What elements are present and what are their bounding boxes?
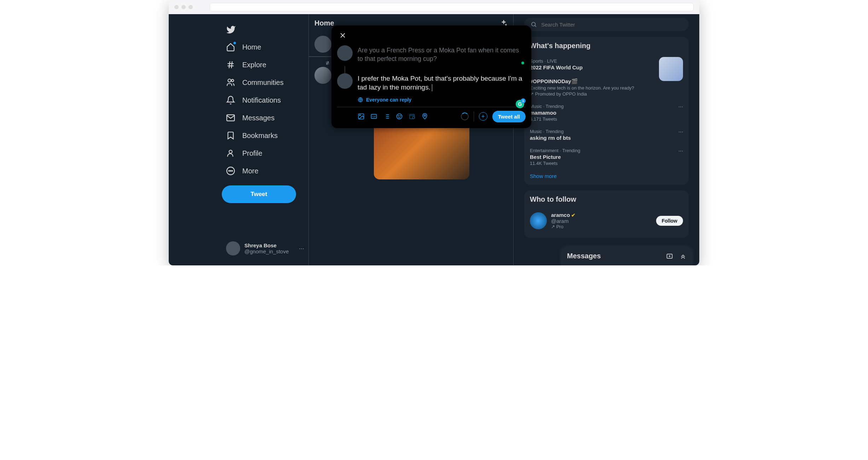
- nav-bookmarks[interactable]: Bookmarks: [222, 127, 308, 144]
- svg-point-31: [398, 116, 399, 116]
- nav-label: Bookmarks: [242, 132, 278, 140]
- trend-row[interactable]: Entertainment · Trending Best Picture 11…: [530, 144, 683, 169]
- trend-category: Entertainment · Trending: [530, 148, 683, 153]
- new-message-icon[interactable]: [666, 253, 673, 260]
- more-circle-icon: [226, 166, 235, 176]
- account-switcher[interactable]: Shreya Bose @gnome_in_stove ···: [222, 238, 308, 258]
- char-progress: [461, 113, 469, 120]
- account-name: Shreya Bose: [244, 242, 289, 248]
- messages-drawer[interactable]: Messages: [561, 247, 692, 265]
- avatar: [337, 73, 353, 89]
- ellipsis-icon[interactable]: ···: [678, 104, 683, 110]
- follow-suggestion[interactable]: aramco ✔ @aram ↗ Pro Follow: [530, 208, 683, 233]
- address-bar[interactable]: [210, 3, 694, 11]
- search-box[interactable]: [524, 18, 689, 31]
- hashtag-icon: [226, 60, 235, 69]
- add-tweet-button[interactable]: +: [479, 112, 487, 121]
- nav-more[interactable]: More: [222, 162, 308, 180]
- twitter-app: Home Explore Communities Notifications M…: [169, 14, 699, 265]
- promoted-row[interactable]: #OPPOINNODay🎬 Exciting new tech is on th…: [530, 74, 683, 100]
- schedule-icon[interactable]: [409, 113, 416, 120]
- poll-icon[interactable]: [383, 113, 390, 120]
- who-to-follow-panel: Who to follow aramco ✔ @aram ↗ Pro Follo…: [524, 190, 689, 238]
- ellipsis-icon[interactable]: ···: [678, 148, 683, 154]
- expand-icon[interactable]: [679, 253, 687, 260]
- tweet-button[interactable]: Tweet: [222, 185, 296, 203]
- nav-home[interactable]: Home: [222, 38, 308, 56]
- nav-notifications[interactable]: Notifications: [222, 91, 308, 109]
- home-icon: [226, 42, 235, 52]
- text-caret: [432, 84, 432, 91]
- trend-row[interactable]: Music · Trending asking rm of bts ···: [530, 125, 683, 144]
- left-sidebar: Home Explore Communities Notifications M…: [169, 14, 308, 265]
- search-input[interactable]: [541, 22, 682, 28]
- thread-tweet-2: I prefer the Moka Pot, but that's probab…: [337, 73, 526, 95]
- avatar: [226, 241, 240, 255]
- nav-label: Home: [242, 43, 261, 51]
- nav-label: More: [242, 167, 259, 175]
- traffic-lights: [174, 5, 193, 9]
- gif-icon[interactable]: GIF: [370, 113, 377, 120]
- traffic-dot[interactable]: [189, 5, 193, 9]
- grammarly-badge: 1: [521, 98, 526, 103]
- reply-setting-label: Everyone can reply: [366, 97, 411, 103]
- draft-text-2[interactable]: I prefer the Moka Pot, but that's probab…: [358, 73, 526, 92]
- avatar: [337, 45, 353, 61]
- reply-setting[interactable]: Everyone can reply: [337, 95, 526, 107]
- status-dot: [521, 62, 524, 64]
- nav-communities[interactable]: Communities: [222, 74, 308, 91]
- promo-title: #OPPOINNODay🎬: [530, 78, 683, 85]
- right-sidebar: What's happening Sports · LIVE 2022 FIFA…: [514, 14, 699, 265]
- nav-profile[interactable]: Profile: [222, 144, 308, 162]
- whats-happening-panel: What's happening Sports · LIVE 2022 FIFA…: [524, 37, 689, 185]
- communities-icon: [226, 78, 235, 87]
- follow-button[interactable]: Follow: [656, 216, 683, 226]
- avatar: [314, 36, 331, 53]
- thread-tweet-1: Are you a French Press or a Moka Pot fan…: [337, 42, 526, 66]
- nav-explore[interactable]: Explore: [222, 56, 308, 74]
- svg-point-5: [231, 79, 234, 82]
- nav-messages[interactable]: Messages: [222, 109, 308, 127]
- globe-icon: [358, 97, 363, 103]
- nav-label: Profile: [242, 149, 262, 157]
- trend-count: 6,171 Tweets: [530, 116, 683, 122]
- twitter-logo[interactable]: [222, 21, 308, 38]
- nav-label: Communities: [242, 79, 284, 87]
- bookmark-icon: [226, 131, 235, 140]
- avatar: [530, 212, 547, 229]
- close-icon[interactable]: [337, 30, 348, 41]
- ellipsis-icon: ···: [299, 245, 304, 252]
- show-more-link[interactable]: Show more: [530, 169, 683, 180]
- location-icon[interactable]: [421, 113, 428, 120]
- trend-title: asking rm of bts: [530, 135, 683, 141]
- follow-name: aramco ✔: [551, 212, 575, 218]
- compose-toolbar: GIF + Tweet all: [337, 107, 526, 124]
- svg-point-36: [424, 115, 426, 116]
- traffic-dot[interactable]: [181, 5, 186, 9]
- account-handle: @gnome_in_stove: [244, 248, 289, 254]
- svg-point-9: [229, 171, 230, 171]
- emoji-icon[interactable]: [396, 113, 403, 120]
- trend-row[interactable]: Music · Trending mamamoo 6,171 Tweets ··…: [530, 100, 683, 125]
- svg-point-4: [228, 79, 231, 82]
- trend-category: Music · Trending: [530, 104, 683, 109]
- tweet-all-button[interactable]: Tweet all: [492, 111, 526, 122]
- draft-text-1[interactable]: Are you a French Press or a Moka Pot fan…: [358, 45, 526, 63]
- grammarly-icon[interactable]: G1: [516, 100, 524, 108]
- avatar: [314, 67, 331, 84]
- event-row[interactable]: Sports · LIVE 2022 FIFA World Cup: [530, 55, 683, 74]
- svg-point-11: [232, 171, 232, 171]
- promoted-label: ↗ Pro: [551, 224, 575, 229]
- compose-modal: Are you a French Press or a Moka Pot fan…: [331, 25, 531, 128]
- media-icon[interactable]: [358, 113, 365, 120]
- svg-line-3: [231, 61, 232, 68]
- thread-connector: [345, 66, 345, 73]
- panel-title: What's happening: [530, 42, 683, 50]
- svg-point-32: [400, 116, 401, 116]
- envelope-icon: [226, 113, 235, 122]
- ellipsis-icon[interactable]: ···: [678, 129, 683, 135]
- promo-subtitle: Exciting new tech is on the horizon. Are…: [530, 85, 683, 91]
- page-title: Home: [314, 19, 334, 27]
- nav-label: Explore: [242, 61, 266, 69]
- traffic-dot[interactable]: [174, 5, 179, 9]
